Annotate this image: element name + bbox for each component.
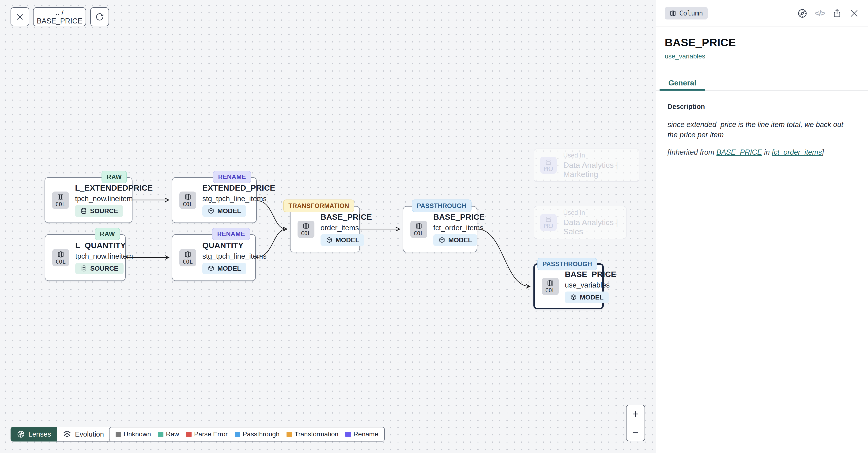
layers-icon bbox=[63, 430, 71, 438]
kind-badge: MODEL bbox=[203, 205, 246, 217]
cube-icon bbox=[438, 236, 445, 244]
zoom-in-button[interactable]: + bbox=[626, 405, 645, 423]
project-chip: PRJ bbox=[540, 214, 557, 231]
lineage-node-base-price-order-items[interactable]: TRANSFORMATION COL BASE_PRICE order_item… bbox=[290, 206, 360, 252]
legend-swatch bbox=[116, 432, 121, 437]
columns-icon bbox=[547, 279, 554, 287]
kind-label: SOURCE bbox=[90, 207, 118, 215]
kind-label: MODEL bbox=[336, 236, 359, 244]
lineage-node-l-extendedprice[interactable]: RAW COL L_EXTENDEDPRICE tpch_now.lineite… bbox=[44, 177, 132, 223]
panel-tabs: General bbox=[656, 75, 868, 91]
lineage-node-extended-price[interactable]: RENAME COL EXTENDED_PRICE stg_tpch_line_… bbox=[172, 177, 257, 223]
archive-icon bbox=[545, 216, 552, 223]
description-heading: Description bbox=[668, 103, 854, 111]
chip-label: COL bbox=[545, 287, 555, 293]
lineage-canvas[interactable]: .. / BASE_PRICE RAW COL L_EXTENDEDPRICE … bbox=[0, 0, 656, 453]
share-icon bbox=[832, 8, 842, 19]
columns-icon bbox=[302, 222, 310, 230]
status-badge: TRANSFORMATION bbox=[283, 199, 354, 212]
column-chip: COL bbox=[52, 192, 69, 209]
close-canvas-button[interactable] bbox=[10, 7, 29, 26]
database-icon bbox=[81, 265, 88, 272]
node-table: fct_order_items bbox=[433, 224, 484, 232]
code-button[interactable]: </> bbox=[815, 9, 825, 18]
kind-label: MODEL bbox=[217, 265, 241, 272]
kind-badge: MODEL bbox=[433, 234, 477, 246]
breadcrumb[interactable]: .. / BASE_PRICE bbox=[33, 7, 86, 26]
legend-label: Parse Error bbox=[194, 430, 228, 438]
inherited-middle: in bbox=[762, 148, 772, 156]
lineage-app: .. / BASE_PRICE RAW COL L_EXTENDEDPRICE … bbox=[0, 0, 868, 453]
ghost-name: Data Analytics | Marketing bbox=[563, 161, 633, 179]
close-icon bbox=[849, 8, 859, 18]
legend-swatch bbox=[235, 432, 240, 437]
lineage-node-base-price-fct-order-items[interactable]: PASSTHROUGH COL BASE_PRICE fct_order_ite… bbox=[403, 206, 477, 252]
cube-icon bbox=[208, 207, 215, 215]
legend-swatch bbox=[286, 432, 292, 437]
column-chip: COL bbox=[298, 221, 314, 238]
plus-icon: + bbox=[632, 408, 639, 420]
entity-type-badge: Column bbox=[665, 7, 708, 20]
status-badge: RENAME bbox=[213, 171, 251, 183]
kind-label: SOURCE bbox=[90, 265, 118, 272]
status-badge: RAW bbox=[95, 228, 120, 240]
lenses-label: Lenses bbox=[28, 430, 51, 438]
node-table: tpch_now.lineitem bbox=[75, 195, 133, 203]
inherited-model-link[interactable]: fct_order_items bbox=[772, 148, 822, 156]
chip-label: PRJ bbox=[544, 166, 553, 172]
inherited-note: [Inherited from BASE_PRICE in fct_order_… bbox=[668, 148, 854, 157]
aperture-icon bbox=[17, 430, 25, 438]
inherited-suffix: ] bbox=[822, 148, 824, 156]
node-title: BASE_PRICE bbox=[565, 270, 616, 279]
close-panel-button[interactable] bbox=[849, 8, 859, 18]
navigate-button[interactable] bbox=[797, 8, 808, 19]
description-body: since extended_price is the line item to… bbox=[668, 119, 854, 140]
legend-item: Unknown bbox=[116, 430, 151, 438]
chip-label: COL bbox=[413, 230, 424, 236]
legend-label: Transformation bbox=[294, 430, 338, 438]
panel-title: BASE_PRICE bbox=[665, 36, 860, 49]
refresh-button[interactable] bbox=[90, 7, 109, 26]
inherited-prefix: [Inherited from bbox=[668, 148, 716, 156]
model-link[interactable]: use_variables bbox=[665, 53, 705, 60]
inherited-column-link[interactable]: BASE_PRICE bbox=[716, 148, 762, 156]
node-table: tpch_now.lineitem bbox=[75, 252, 133, 260]
zoom-controls: + − bbox=[626, 405, 645, 441]
kind-badge: MODEL bbox=[203, 263, 246, 274]
minus-icon: − bbox=[632, 426, 639, 438]
zoom-out-button[interactable]: − bbox=[626, 423, 645, 441]
legend-label: Passthrough bbox=[243, 430, 279, 438]
lenses-button[interactable]: Lenses bbox=[10, 427, 57, 442]
panel-actions: </> bbox=[797, 8, 859, 19]
ghost-node-used-in-marketing: PRJ Used In Data Analytics | Marketing bbox=[534, 148, 640, 182]
chip-label: COL bbox=[56, 259, 66, 265]
legend-item: Transformation bbox=[286, 430, 338, 438]
column-chip: COL bbox=[410, 221, 427, 238]
archive-icon bbox=[545, 159, 552, 166]
active-tab-indicator bbox=[659, 89, 705, 91]
node-table: use_variables bbox=[565, 281, 610, 289]
column-chip: COL bbox=[179, 249, 196, 266]
columns-icon bbox=[57, 251, 64, 258]
kind-label: MODEL bbox=[217, 207, 241, 215]
columns-icon bbox=[670, 10, 676, 17]
columns-icon bbox=[415, 222, 423, 230]
node-table: order_items bbox=[320, 224, 359, 232]
chip-label: PRJ bbox=[544, 223, 553, 229]
chip-label: COL bbox=[301, 230, 311, 236]
refresh-icon bbox=[95, 12, 104, 22]
lineage-node-base-price-use-variables[interactable]: PASSTHROUGH COL BASE_PRICE use_variables… bbox=[533, 263, 604, 309]
kind-badge: MODEL bbox=[320, 234, 364, 246]
lineage-node-l-quantity[interactable]: RAW COL L_QUANTITY tpch_now.lineitem SOU… bbox=[45, 234, 126, 281]
share-button[interactable] bbox=[832, 8, 842, 19]
lenses-bar: Lenses Evolution bbox=[10, 427, 120, 442]
lineage-node-quantity[interactable]: RENAME COL QUANTITY stg_tpch_line_items … bbox=[172, 234, 256, 281]
compass-icon bbox=[797, 8, 808, 19]
node-table: stg_tpch_line_items bbox=[203, 195, 267, 203]
node-title: EXTENDED_PRICE bbox=[203, 183, 275, 193]
kind-badge: MODEL bbox=[565, 291, 609, 303]
tab-general[interactable]: General bbox=[659, 75, 705, 91]
chip-label: COL bbox=[55, 201, 65, 207]
ghost-name: Data Analytics | Sales bbox=[563, 218, 620, 236]
node-title: L_EXTENDEDPRICE bbox=[75, 183, 153, 193]
